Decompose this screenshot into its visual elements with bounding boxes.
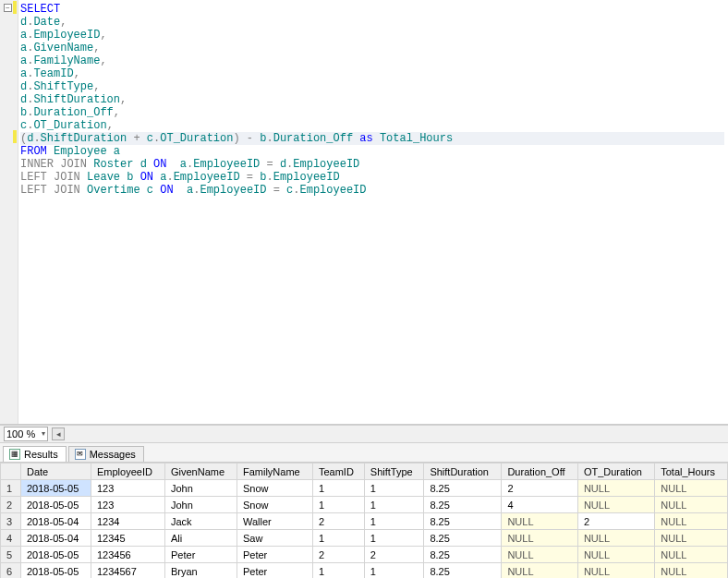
cell[interactable]: 1234567 — [91, 563, 165, 578]
code-area[interactable]: SELECTd.Date,a.EmployeeID,a.GivenName,a.… — [20, 3, 724, 197]
chevron-down-icon: ▾ — [42, 429, 45, 438]
cell[interactable]: NULL — [577, 530, 654, 547]
cell[interactable]: 8.25 — [424, 513, 502, 530]
cell[interactable]: Bryan — [165, 563, 237, 578]
zoom-select[interactable]: 100 % ▾ — [4, 427, 48, 441]
row-number[interactable]: 4 — [1, 530, 21, 547]
cell[interactable]: 2018-05-05 — [21, 547, 91, 563]
cell[interactable]: 1 — [312, 530, 364, 547]
cell[interactable]: NULL — [655, 513, 728, 530]
column-header[interactable]: TeamID — [312, 464, 364, 480]
cell[interactable]: John — [165, 480, 237, 497]
cell[interactable]: 4 — [502, 497, 577, 513]
cell[interactable]: 1 — [312, 480, 364, 497]
cell[interactable]: NULL — [502, 563, 577, 578]
cell[interactable]: 2018-05-04 — [21, 513, 91, 530]
cell[interactable]: 12345 — [91, 530, 165, 547]
cell[interactable]: NULL — [577, 547, 654, 563]
column-header[interactable]: ShiftType — [364, 464, 424, 480]
cell[interactable]: NULL — [577, 480, 654, 497]
column-header[interactable]: Duration_Off — [502, 464, 577, 480]
cell[interactable]: 1 — [312, 497, 364, 513]
cell[interactable]: NULL — [577, 497, 654, 513]
cell[interactable]: 1234 — [91, 513, 165, 530]
cell[interactable]: 2 — [577, 513, 654, 530]
cell[interactable]: Peter — [165, 547, 237, 563]
cell[interactable]: 2 — [364, 547, 424, 563]
editor-gutter: − — [0, 0, 18, 424]
table-row[interactable]: 52018-05-05123456PeterPeter228.25NULLNUL… — [1, 547, 728, 563]
cell[interactable]: Snow — [237, 497, 312, 513]
table-row[interactable]: 32018-05-041234JackWaller218.25NULL2NULL — [1, 513, 728, 530]
fold-toggle[interactable]: − — [4, 4, 12, 12]
column-header[interactable]: Date — [21, 464, 91, 480]
cell[interactable]: Jack — [165, 513, 237, 530]
row-number[interactable]: 1 — [1, 480, 21, 497]
cell[interactable]: 8.25 — [424, 530, 502, 547]
messages-icon: ✉ — [75, 449, 86, 460]
cell[interactable]: Snow — [237, 480, 312, 497]
table-row[interactable]: 42018-05-0412345AliSaw118.25NULLNULLNULL — [1, 530, 728, 547]
cell[interactable]: 2018-05-04 — [21, 530, 91, 547]
cell[interactable]: 123 — [91, 480, 165, 497]
cell[interactable]: NULL — [655, 497, 728, 513]
table-row[interactable]: 62018-05-051234567BryanPeter118.25NULLNU… — [1, 563, 728, 578]
tab-messages-label: Messages — [90, 449, 136, 460]
cell[interactable]: Waller — [237, 513, 312, 530]
cell[interactable]: 1 — [364, 497, 424, 513]
column-header[interactable]: GivenName — [165, 464, 237, 480]
cell[interactable]: 123 — [91, 497, 165, 513]
cell[interactable]: Peter — [237, 563, 312, 578]
cell[interactable]: 1 — [364, 563, 424, 578]
results-grid-area[interactable]: DateEmployeeIDGivenNameFamilyNameTeamIDS… — [0, 463, 728, 578]
rownum-header — [1, 464, 21, 480]
scroll-left-icon[interactable]: ◂ — [52, 427, 65, 440]
results-table: DateEmployeeIDGivenNameFamilyNameTeamIDS… — [0, 463, 728, 578]
cell[interactable]: Ali — [165, 530, 237, 547]
cell[interactable]: 8.25 — [424, 480, 502, 497]
cell[interactable]: 2018-05-05 — [21, 563, 91, 578]
cell[interactable]: 2 — [312, 547, 364, 563]
cell[interactable]: 1 — [364, 513, 424, 530]
cell[interactable]: 123456 — [91, 547, 165, 563]
cell[interactable]: John — [165, 497, 237, 513]
results-tabs: ▦ Results ✉ Messages — [0, 443, 728, 464]
cell[interactable]: NULL — [655, 530, 728, 547]
cell[interactable]: NULL — [502, 513, 577, 530]
cell[interactable]: 1 — [364, 530, 424, 547]
cell[interactable]: Saw — [237, 530, 312, 547]
cell[interactable]: 2 — [312, 513, 364, 530]
column-header[interactable]: OT_Duration — [577, 464, 654, 480]
cell[interactable]: 8.25 — [424, 547, 502, 563]
grid-icon: ▦ — [9, 449, 20, 460]
cell[interactable]: Peter — [237, 547, 312, 563]
cell[interactable]: NULL — [502, 530, 577, 547]
table-row[interactable]: 22018-05-05123JohnSnow118.254NULLNULL — [1, 497, 728, 513]
cell[interactable]: 2018-05-05 — [21, 480, 91, 497]
cell[interactable]: NULL — [502, 547, 577, 563]
sql-editor-pane[interactable]: − SELECTd.Date,a.EmployeeID,a.GivenName,… — [0, 0, 728, 425]
tab-results[interactable]: ▦ Results — [3, 446, 67, 462]
column-header[interactable]: FamilyName — [237, 464, 312, 480]
cell[interactable]: 2018-05-05 — [21, 497, 91, 513]
cell[interactable]: 8.25 — [424, 563, 502, 578]
cell[interactable]: NULL — [655, 547, 728, 563]
column-header[interactable]: EmployeeID — [91, 464, 165, 480]
cell[interactable]: NULL — [577, 563, 654, 578]
cell[interactable]: 2 — [502, 480, 577, 497]
row-number[interactable]: 3 — [1, 513, 21, 530]
cell[interactable]: 8.25 — [424, 497, 502, 513]
column-header[interactable]: ShiftDuration — [424, 464, 502, 480]
zoom-bar: 100 % ▾ ◂ — [0, 425, 728, 443]
row-number[interactable]: 6 — [1, 563, 21, 578]
row-number[interactable]: 5 — [1, 547, 21, 563]
row-number[interactable]: 2 — [1, 497, 21, 513]
cell[interactable]: NULL — [655, 480, 728, 497]
table-row[interactable]: 12018-05-05123JohnSnow118.252NULLNULL — [1, 480, 728, 497]
cell[interactable]: 1 — [312, 563, 364, 578]
cell[interactable]: 1 — [364, 480, 424, 497]
cell[interactable]: NULL — [655, 563, 728, 578]
tab-messages[interactable]: ✉ Messages — [68, 446, 144, 462]
results-header-row: DateEmployeeIDGivenNameFamilyNameTeamIDS… — [1, 464, 728, 480]
column-header[interactable]: Total_Hours — [655, 464, 728, 480]
